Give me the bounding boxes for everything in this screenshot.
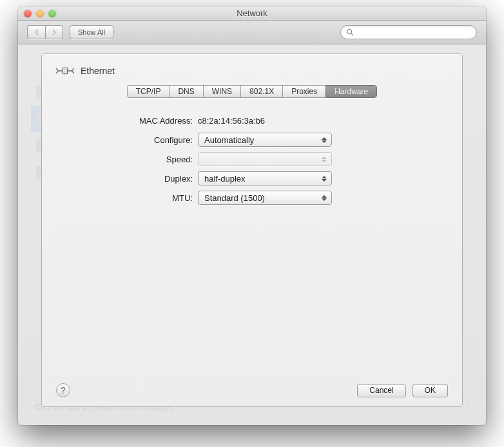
mac-address-label: MAC Address: [127, 116, 198, 126]
minimize-icon[interactable] [36, 10, 44, 17]
search-input[interactable] [357, 28, 471, 37]
svg-rect-2 [63, 68, 67, 73]
speed-select[interactable] [198, 152, 332, 166]
configure-select[interactable]: Automatically [198, 133, 332, 147]
svg-point-0 [347, 30, 352, 34]
stepper-icon [320, 173, 329, 184]
svg-point-5 [64, 71, 64, 72]
duplex-select[interactable]: half-duplex [198, 171, 332, 185]
ethernet-icon [56, 64, 74, 77]
interface-name: Ethernet [81, 66, 115, 76]
svg-line-1 [351, 33, 353, 35]
nav-buttons [27, 25, 63, 39]
svg-point-3 [64, 69, 64, 70]
svg-point-4 [66, 69, 66, 70]
sheet-header: Ethernet [56, 64, 448, 77]
ok-label: OK [425, 386, 436, 395]
tab-proxies[interactable]: Proxies [282, 85, 325, 98]
hardware-form: MAC Address: c8:2a:14:56:3a:b6 Configure… [127, 111, 448, 207]
cancel-button[interactable]: Cancel [357, 384, 405, 397]
stepper-icon [320, 193, 329, 203]
tab-bar: TCP/IP DNS WINS 802.1X Proxies Hardware [56, 85, 448, 98]
help-icon: ? [61, 385, 66, 395]
toolbar: Show All [18, 21, 486, 44]
forward-button[interactable] [45, 25, 63, 39]
svg-point-6 [66, 71, 66, 72]
chevron-right-icon [52, 29, 57, 35]
search-icon [346, 28, 354, 36]
chevron-left-icon [34, 29, 39, 35]
back-button[interactable] [27, 25, 45, 39]
mtu-label: MTU: [127, 193, 198, 203]
help-button[interactable]: ? [56, 383, 70, 397]
titlebar: Network [18, 6, 486, 21]
tab-wins[interactable]: WINS [203, 85, 240, 98]
close-icon[interactable] [24, 10, 32, 17]
window: Network Show All Location: [18, 6, 486, 425]
traffic-lights [18, 10, 56, 17]
configure-value: Automatically [204, 135, 254, 145]
settings-sheet: Ethernet TCP/IP DNS WINS 802.1X Proxies … [41, 53, 463, 407]
sheet-footer: ? Cancel OK [56, 383, 448, 397]
window-title: Network [18, 8, 486, 18]
search-field[interactable] [340, 25, 477, 39]
content-area: Location: Wi-FiConnected EthernetCable U… [18, 44, 486, 425]
tab-tcpip[interactable]: TCP/IP [127, 85, 170, 98]
show-all-label: Show All [78, 28, 105, 36]
mac-address-value: c8:2a:14:56:3a:b6 [198, 116, 265, 126]
tab-hardware[interactable]: Hardware [325, 85, 377, 98]
speed-label: Speed: [127, 155, 198, 164]
stepper-icon [320, 154, 329, 164]
stepper-icon [320, 135, 329, 145]
tab-8021x[interactable]: 802.1X [240, 85, 282, 98]
mtu-value: Standard (1500) [204, 193, 265, 203]
duplex-value: half-duplex [204, 174, 246, 184]
ok-button[interactable]: OK [412, 384, 448, 397]
configure-label: Configure: [127, 135, 198, 145]
zoom-icon[interactable] [48, 10, 56, 17]
show-all-button[interactable]: Show All [70, 25, 113, 39]
tab-dns[interactable]: DNS [169, 85, 202, 98]
duplex-label: Duplex: [127, 174, 198, 184]
mtu-select[interactable]: Standard (1500) [198, 191, 332, 205]
cancel-label: Cancel [369, 386, 393, 395]
